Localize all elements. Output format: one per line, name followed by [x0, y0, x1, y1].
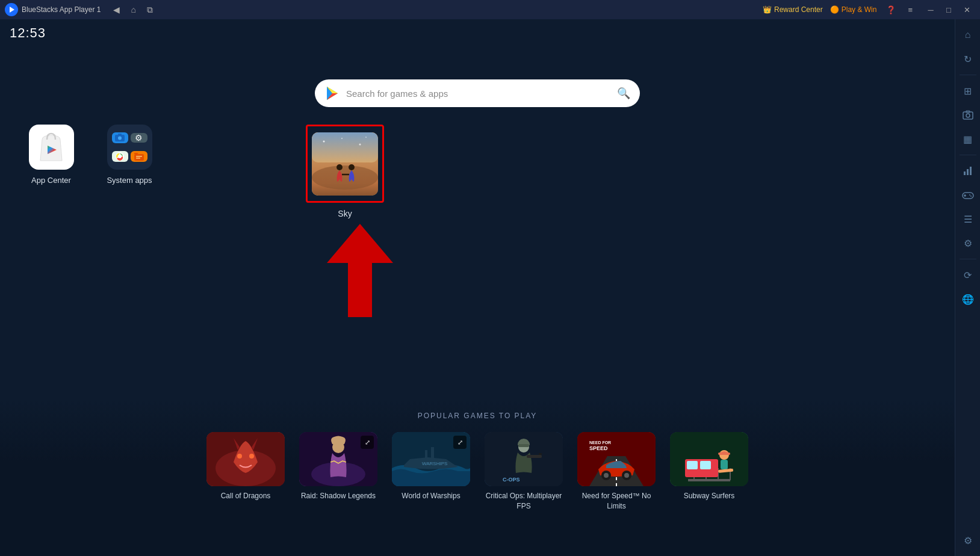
- titlebar-right: 👑 Reward Center 🟠 Play & Win ❓ ≡ ─ □ ✕: [763, 1, 975, 18]
- game-thumb-subway-surfers: [670, 432, 748, 486]
- sidebar-settings-icon[interactable]: ⚙: [957, 232, 979, 254]
- game-label-raid: Raid: Shadow Legends: [301, 491, 376, 501]
- sky-app-label: Sky: [338, 209, 352, 218]
- game-card-call-of-dragons[interactable]: Call of Dragons: [206, 432, 285, 501]
- sidebar-globe-icon[interactable]: 🌐: [957, 288, 979, 310]
- svg-rect-71: [721, 460, 728, 469]
- svg-text:WARSHIPS: WARSHIPS: [422, 461, 447, 466]
- search-magnifier-icon[interactable]: 🔍: [617, 87, 630, 100]
- svg-point-12: [970, 196, 972, 197]
- app-center-label: App Center: [31, 176, 71, 186]
- svg-point-35: [365, 137, 367, 138]
- arrow-head: [327, 224, 393, 263]
- sys-app-settings: ⚙: [131, 133, 147, 143]
- sidebar-gamepad-icon[interactable]: [957, 184, 979, 206]
- right-sidebar: ⌂ ↻ ⊞ ▦ ☰ ⚙ ⟳ 🌐 ⚙: [955, 19, 980, 556]
- play-win-label: Play & Win: [842, 5, 877, 14]
- popular-games-section: POPULAR GAMES TO PLAY: [0, 400, 955, 556]
- red-arrow-indicator: [327, 224, 393, 317]
- nav-back-button[interactable]: ◀: [110, 4, 123, 16]
- close-button[interactable]: ✕: [958, 1, 975, 18]
- svg-rect-44: [425, 450, 427, 459]
- titlebar: BlueStacks App Player 1 ◀ ⌂ ⧉ 👑 Reward C…: [0, 0, 980, 19]
- svg-rect-27: [312, 132, 378, 162]
- sky-app-icon[interactable]: Sky: [306, 125, 384, 218]
- game-card-subway-surfers[interactable]: Subway Surfers: [670, 432, 748, 501]
- search-placeholder: Search for games & apps: [346, 88, 611, 99]
- svg-text:NEED FOR: NEED FOR: [589, 440, 611, 445]
- svg-point-32: [323, 140, 325, 142]
- sidebar-divider-1: [960, 75, 976, 75]
- sidebar-home-icon[interactable]: ⌂: [957, 24, 979, 46]
- game-card-raid[interactable]: ⤢ Raid: Shadow Legends: [299, 432, 377, 501]
- call-of-dragons-art: [206, 432, 285, 486]
- game-label-call-of-dragons: Call of Dragons: [221, 491, 271, 501]
- maximize-button[interactable]: □: [940, 1, 957, 18]
- svg-point-34: [359, 143, 361, 145]
- svg-rect-50: [527, 455, 542, 458]
- game-label-nfs: Need for Speed™ No Limits: [577, 491, 656, 511]
- play-win-button[interactable]: 🟠 Play & Win: [830, 5, 877, 14]
- game-thumb-raid: ⤢: [299, 432, 377, 486]
- svg-point-30: [349, 164, 355, 170]
- svg-rect-72: [718, 453, 730, 455]
- sidebar-bottom-settings-icon[interactable]: ⚙: [957, 530, 979, 551]
- main-content: 12:53 Search for games & apps 🔍: [0, 19, 955, 556]
- game-card-warships[interactable]: WARSHIPS ⤢ World of Warships: [392, 432, 470, 501]
- svg-rect-68: [687, 461, 698, 469]
- svg-rect-2: [963, 112, 973, 119]
- sidebar-divider-2: [960, 155, 976, 155]
- game-card-critical-ops[interactable]: C-OPS Critical Ops: Multiplayer FPS: [485, 432, 563, 511]
- game-thumb-call-of-dragons: [206, 432, 285, 486]
- sidebar-grid-icon[interactable]: ⊞: [957, 80, 979, 102]
- search-bar-container: Search for games & apps 🔍: [315, 79, 640, 107]
- sys-app-camera: [112, 132, 129, 143]
- critical-ops-art: C-OPS: [485, 432, 563, 486]
- system-apps-image: ⚙: [107, 125, 152, 170]
- svg-point-28: [312, 165, 378, 190]
- svg-point-38: [237, 454, 242, 459]
- sidebar-camera-icon[interactable]: [957, 104, 979, 126]
- sidebar-refresh-icon[interactable]: ⟳: [957, 264, 979, 286]
- sys-app-files: [131, 151, 147, 162]
- sidebar-rotate-icon[interactable]: ↻: [957, 48, 979, 70]
- nav-home-button[interactable]: ⌂: [128, 4, 138, 16]
- svg-rect-5: [964, 171, 966, 175]
- sidebar-list-icon[interactable]: ☰: [957, 208, 979, 230]
- svg-rect-24: [136, 156, 142, 157]
- svg-rect-6: [967, 169, 969, 175]
- arrow-body: [348, 263, 372, 317]
- sky-icon-image: [312, 132, 378, 196]
- desktop-icons-area: App Center ⚙: [24, 125, 157, 186]
- svg-point-11: [969, 194, 970, 196]
- svg-text:C-OPS: C-OPS: [503, 477, 520, 483]
- svg-point-39: [249, 454, 254, 459]
- sky-game-artwork: [312, 132, 378, 196]
- system-apps-icon[interactable]: ⚙: [102, 125, 157, 186]
- titlebar-left: BlueStacks App Player 1 ◀ ⌂ ⧉: [5, 3, 156, 16]
- svg-point-58: [624, 473, 629, 478]
- svg-rect-25: [136, 158, 140, 159]
- game-thumb-warships: WARSHIPS ⤢: [392, 432, 470, 486]
- sky-icon-selected-border: [306, 125, 384, 203]
- svg-rect-51: [539, 453, 542, 455]
- app-center-icon[interactable]: App Center: [24, 125, 78, 186]
- game-card-nfs[interactable]: NEED FOR SPEED Need for Speed™ No Limits: [577, 432, 656, 511]
- svg-point-33: [341, 138, 343, 139]
- minimize-button[interactable]: ─: [922, 1, 939, 18]
- menu-hamburger-icon[interactable]: ≡: [905, 4, 915, 16]
- sidebar-stats-icon[interactable]: [957, 160, 979, 182]
- svg-text:SPEED: SPEED: [589, 445, 608, 451]
- game-label-warships: World of Warships: [402, 491, 460, 501]
- reward-crown-icon: 👑: [763, 5, 772, 14]
- bluestacks-logo: [5, 3, 18, 16]
- help-icon[interactable]: ❓: [884, 4, 898, 16]
- search-bar[interactable]: Search for games & apps 🔍: [315, 79, 640, 107]
- reward-center-button[interactable]: 👑 Reward Center: [763, 5, 823, 14]
- sidebar-layout-icon[interactable]: ▦: [957, 128, 979, 150]
- svg-point-22: [118, 155, 122, 158]
- svg-rect-7: [970, 167, 972, 175]
- play-store-icon: [324, 85, 340, 101]
- nav-bookmark-button[interactable]: ⧉: [144, 4, 156, 16]
- clock-display: 12:53: [10, 25, 46, 41]
